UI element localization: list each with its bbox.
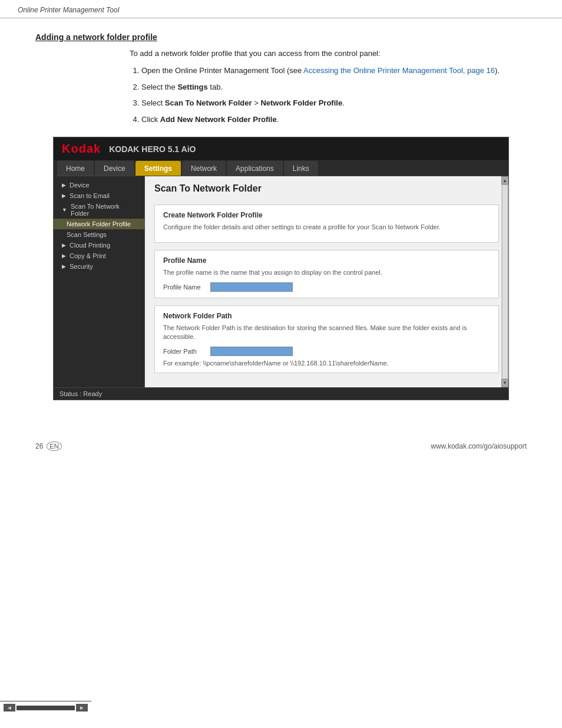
- sidebar-label-copy: Copy & Print: [70, 252, 106, 259]
- folder-path-field-row: Folder Path: [163, 347, 490, 356]
- create-profile-desc: Configure the folder details and other s…: [163, 223, 490, 232]
- step-2: Select the Settings tab.: [141, 81, 527, 93]
- nav-tabs: Home Device Settings Network Application…: [54, 161, 508, 176]
- device-name: KODAK HERO 5.1 AiO: [109, 144, 196, 154]
- kodak-header: Kodak KODAK HERO 5.1 AiO: [54, 137, 508, 161]
- sidebar-item-scan-email[interactable]: ▶ Scan to Email: [54, 190, 144, 201]
- arrow-icon: ▶: [62, 242, 66, 248]
- panel-title: Scan To Network Folder: [154, 183, 499, 196]
- page-content: Adding a network folder profile To add a…: [0, 18, 562, 424]
- profile-name-label: Profile Name: [163, 284, 204, 291]
- sidebar-item-cloud-printing[interactable]: ▶ Cloud Printing: [54, 240, 144, 251]
- step-4: Click Add New Network Folder Profile.: [141, 114, 527, 126]
- step-3: Select Scan To Network Folder > Network …: [141, 97, 527, 109]
- arrow-icon: ▶: [62, 253, 66, 259]
- step1-link[interactable]: Accessing the Online Printer Management …: [303, 66, 495, 75]
- status-text: Status : Ready: [59, 390, 102, 397]
- sidebar-label-scan-network: Scan To Network Folder: [71, 203, 140, 217]
- page-number: 26: [35, 442, 43, 450]
- status-bar: Status : Ready: [54, 387, 508, 400]
- scrollbar-down-button[interactable]: ▼: [501, 379, 508, 387]
- sidebar: ▶ Device ▶ Scan to Email ▼ Scan To Netwo…: [54, 176, 145, 387]
- arrow-icon: ▶: [62, 182, 66, 188]
- sidebar-label-cloud: Cloud Printing: [70, 242, 110, 249]
- lang-badge: EN: [47, 442, 61, 451]
- page-footer: 26 EN www.kodak.com/go/aiosupport: [0, 442, 562, 451]
- sidebar-item-device[interactable]: ▶ Device: [54, 180, 144, 190]
- folder-path-example: For example: \\pcname\sharefolderName or…: [163, 360, 490, 367]
- profile-name-desc: The profile name is the name that you as…: [163, 268, 490, 277]
- sidebar-item-scan-settings[interactable]: Scan Settings: [54, 229, 144, 240]
- arrow-icon: ▼: [62, 207, 67, 213]
- scrollbar-up-button[interactable]: ▲: [501, 176, 508, 185]
- profile-name-title: Profile Name: [163, 256, 490, 265]
- create-profile-title: Create Network Folder Profile: [163, 211, 490, 219]
- arrow-icon: ▶: [62, 263, 66, 269]
- sidebar-item-security[interactable]: ▶ Security: [54, 261, 144, 272]
- sidebar-item-scan-network[interactable]: ▼ Scan To Network Folder: [54, 201, 144, 219]
- page-number-area: 26 EN: [35, 442, 62, 451]
- footer-url: www.kodak.com/go/aiosupport: [431, 442, 527, 450]
- profile-name-input[interactable]: [210, 282, 293, 292]
- profile-name-field-row: Profile Name: [163, 282, 490, 292]
- folder-path-title: Network Folder Path: [163, 312, 490, 320]
- screenshot-container: Kodak KODAK HERO 5.1 AiO Home Device Set…: [53, 137, 509, 400]
- folder-path-desc: The Network Folder Path is the destinati…: [163, 324, 490, 342]
- tab-links[interactable]: Links: [284, 161, 318, 176]
- app-body: ▶ Device ▶ Scan to Email ▼ Scan To Netwo…: [54, 176, 508, 387]
- sidebar-label-scan-email: Scan to Email: [70, 192, 110, 199]
- steps-list: Open the Online Printer Management Tool …: [141, 65, 527, 125]
- sidebar-label-scan-settings: Scan Settings: [67, 231, 107, 238]
- main-panel: Scan To Network Folder Create Network Fo…: [145, 176, 508, 387]
- sidebar-label-security: Security: [70, 263, 93, 270]
- folder-path-section: Network Folder Path The Network Folder P…: [154, 305, 499, 373]
- profile-name-section: Profile Name The profile name is the nam…: [154, 250, 499, 298]
- sidebar-label-network-profile: Network Folder Profile: [67, 220, 131, 228]
- scrollbar-track: [502, 185, 508, 379]
- tab-network[interactable]: Network: [182, 161, 226, 176]
- folder-path-input[interactable]: [210, 347, 293, 356]
- folder-path-label: Folder Path: [163, 348, 204, 355]
- step-1: Open the Online Printer Management Tool …: [141, 65, 527, 77]
- tab-home[interactable]: Home: [57, 161, 94, 176]
- page-header-title: Online Printer Management Tool: [18, 6, 119, 14]
- sidebar-item-copy-print[interactable]: ▶ Copy & Print: [54, 251, 144, 261]
- intro-text: To add a network folder profile that you…: [130, 49, 527, 58]
- sidebar-label-device: Device: [70, 182, 90, 189]
- section-heading: Adding a network folder profile: [35, 32, 527, 42]
- create-profile-section: Create Network Folder Profile Configure …: [154, 205, 499, 243]
- kodak-logo: Kodak: [62, 142, 101, 156]
- arrow-icon: ▶: [62, 193, 66, 199]
- panel-scrollbar: ▲ ▼: [501, 176, 508, 387]
- page-header: Online Printer Management Tool: [0, 0, 562, 18]
- tab-device[interactable]: Device: [95, 161, 134, 176]
- tab-applications[interactable]: Applications: [227, 161, 283, 176]
- tab-settings[interactable]: Settings: [135, 161, 181, 176]
- sidebar-item-network-folder-profile[interactable]: Network Folder Profile: [54, 219, 144, 229]
